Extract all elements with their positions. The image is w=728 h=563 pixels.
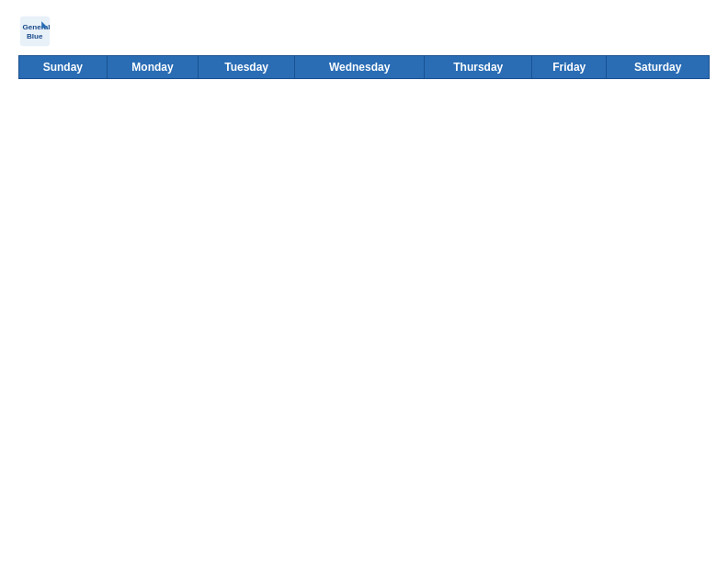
day-header-monday: Monday [107,56,199,79]
day-header-row: SundayMondayTuesdayWednesdayThursdayFrid… [19,56,710,79]
header: General Blue [18,15,710,48]
day-header-thursday: Thursday [425,56,532,79]
day-header-saturday: Saturday [607,56,710,79]
day-header-tuesday: Tuesday [199,56,295,79]
logo: General Blue [18,15,55,48]
calendar-table: SundayMondayTuesdayWednesdayThursdayFrid… [18,55,710,79]
svg-text:Blue: Blue [27,32,43,40]
day-header-wednesday: Wednesday [294,56,424,79]
day-header-sunday: Sunday [19,56,108,79]
day-header-friday: Friday [532,56,607,79]
logo-icon: General Blue [18,15,51,48]
page: General Blue SundayMondayTuesdayWednesda… [0,0,728,94]
